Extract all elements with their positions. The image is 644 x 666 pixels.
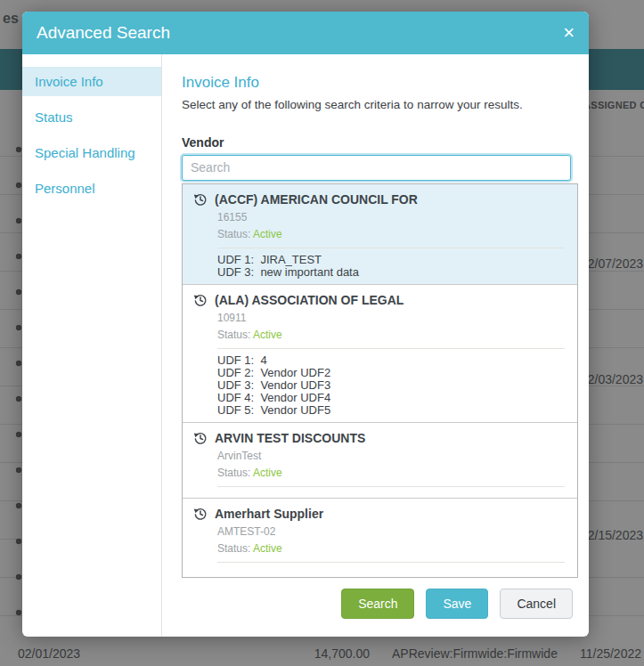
vendor-status-label: Status: <box>217 329 250 341</box>
divider <box>217 486 565 487</box>
vendor-option[interactable]: Amerhart Supplier AMTEST-02 Status: Acti… <box>183 499 577 573</box>
close-icon[interactable]: × <box>563 23 575 43</box>
vendor-name: ARVIN TEST DISCOUNTS <box>215 431 365 445</box>
sidebar-item-status[interactable]: Status <box>22 102 161 132</box>
section-description: Select any of the following search crite… <box>182 98 575 111</box>
history-icon <box>193 192 208 207</box>
vendor-status-label: Status: <box>217 542 250 555</box>
modal-header: Advanced Search × <box>22 12 589 54</box>
vendor-option-header: (ALA) ASSOCIATION OF LEGAL <box>193 293 567 307</box>
history-icon <box>193 507 208 521</box>
vendor-list: (ACCF) AMERICAN COUNCIL FOR 16155 Status… <box>182 183 578 578</box>
modal-title: Advanced Search <box>37 23 170 43</box>
vendor-option[interactable]: (ACCF) AMERICAN COUNCIL FOR 16155 Status… <box>183 184 577 285</box>
vendor-search-input[interactable] <box>182 155 571 181</box>
vendor-name: Amerhart Supplier <box>215 507 323 521</box>
vendor-udf-line: UDF 5: Vendor UDF5 <box>217 404 567 417</box>
divider <box>217 562 565 563</box>
vendor-udf-line: UDF 1: JIRA_TEST <box>217 254 567 266</box>
modal-sidebar: Invoice Info Status Special Handling Per… <box>22 54 162 637</box>
vendor-option-header: (ACCF) AMERICAN COUNCIL FOR <box>193 192 567 207</box>
vendor-option[interactable]: (ALA) ASSOCIATION OF LEGAL 10911 Status:… <box>183 285 577 423</box>
vendor-udfs: UDF 1: 4UDF 2: Vendor UDF2UDF 3: Vendor … <box>193 354 567 417</box>
screen: es ASSIGNED ON 12/07/202312/03/202312/15… <box>0 0 644 666</box>
divider <box>217 348 565 349</box>
vendor-status: Status: Active <box>217 542 567 555</box>
vendor-udf-line: UDF 4: Vendor UDF4 <box>217 392 567 404</box>
vendor-udf-line: UDF 3: new important data <box>217 266 567 279</box>
modal-body: Invoice Info Status Special Handling Per… <box>22 54 589 637</box>
vendor-status-value: Active <box>253 542 282 555</box>
divider <box>217 248 565 248</box>
vendor-code: 16155 <box>217 211 567 223</box>
modal-main-panel: Invoice Info Select any of the following… <box>162 54 589 637</box>
vendor-status-value: Active <box>253 467 282 479</box>
vendor-status-label: Status: <box>217 467 250 479</box>
cancel-button[interactable]: Cancel <box>500 589 573 619</box>
search-button[interactable]: Search <box>341 589 414 619</box>
vendor-code: 10911 <box>217 312 567 324</box>
vendor-status-value: Active <box>253 228 282 240</box>
vendor-option-header: Amerhart Supplier <box>193 507 567 521</box>
advanced-search-modal: Advanced Search × Invoice Info Status Sp… <box>22 12 589 637</box>
sidebar-item-invoice-info[interactable]: Invoice Info <box>22 67 161 96</box>
history-icon <box>193 431 208 445</box>
vendor-status-value: Active <box>253 329 282 341</box>
vendor-field-label: Vendor <box>182 135 575 150</box>
vendor-name: (ACCF) AMERICAN COUNCIL FOR <box>215 192 418 207</box>
vendor-option-header: ARVIN TEST DISCOUNTS <box>193 431 567 445</box>
vendor-status: Status: Active <box>217 329 567 341</box>
section-heading: Invoice Info <box>182 74 575 92</box>
vendor-status: Status: Active <box>217 467 567 479</box>
vendor-status-label: Status: <box>217 228 250 240</box>
vendor-status: Status: Active <box>217 228 567 240</box>
vendor-udf-line: UDF 2: Vendor UDF2 <box>217 367 567 379</box>
vendor-udf-line: UDF 3: Vendor UDF3 <box>217 379 567 392</box>
vendor-code: AMTEST-02 <box>217 525 567 538</box>
vendor-name: (ALA) ASSOCIATION OF LEGAL <box>215 293 404 307</box>
vendor-code: ArvinTest <box>217 450 567 462</box>
history-icon <box>193 293 208 307</box>
save-button[interactable]: Save <box>426 589 488 619</box>
modal-footer: Search Save Cancel <box>182 578 575 628</box>
vendor-udfs: UDF 1: JIRA_TESTUDF 3: new important dat… <box>193 254 567 279</box>
sidebar-item-special-handling[interactable]: Special Handling <box>22 138 161 167</box>
vendor-udf-line: UDF 1: 4 <box>217 354 567 367</box>
sidebar-item-personnel[interactable]: Personnel <box>22 174 161 203</box>
vendor-option[interactable]: ARVIN TEST DISCOUNTS ArvinTest Status: A… <box>183 423 577 499</box>
